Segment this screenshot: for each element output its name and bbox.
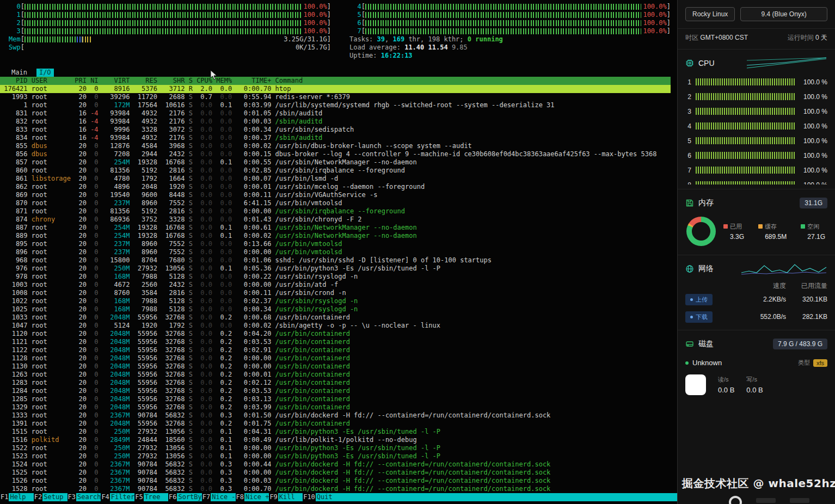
- process-row[interactable]: 1033root2002048M5595632768S0.00.20:00.68…: [0, 314, 671, 322]
- process-row[interactable]: 1522root200250M2793213056S0.00.10:00.00/…: [0, 444, 671, 452]
- cell-pri: 20: [71, 150, 87, 158]
- function-key[interactable]: F3Search: [67, 493, 101, 501]
- cell-res: 1792: [130, 175, 157, 183]
- process-row[interactable]: 968root2001580087047680S0.00.00:01.06ssh…: [0, 256, 671, 265]
- process-row[interactable]: 1047root200512419201792S0.00.00:00.02/sb…: [0, 322, 671, 330]
- cell-command: /sbin/auditd: [271, 118, 671, 126]
- function-key[interactable]: F7Nice -: [202, 493, 236, 501]
- process-row[interactable]: 874chrony2008693637523328S0.00.00:01.43/…: [0, 216, 671, 224]
- mem-meter-bar: 3.25G/31.1G: [24, 36, 327, 42]
- cell-pid: 976: [0, 265, 28, 273]
- network-sparkline: [740, 261, 827, 276]
- process-row[interactable]: 1120root2002048M5595632768S0.00.20:04.20…: [0, 330, 671, 338]
- cell-res: 8960: [130, 248, 157, 256]
- cell-user: root: [28, 85, 71, 93]
- cell-pid: 1128: [0, 354, 28, 362]
- process-row[interactable]: 1283root2002048M5595632768S0.00.20:02.12…: [0, 379, 671, 387]
- process-row[interactable]: 1523root200250M2793213056S0.00.10:00.00/…: [0, 452, 671, 460]
- function-key[interactable]: F1Help: [0, 493, 34, 501]
- cell-res: 55956: [130, 362, 157, 371]
- process-row[interactable]: 1285root2002048M5595632768S0.00.20:03.13…: [0, 395, 671, 403]
- process-row[interactable]: 896root200237M89607552S0.00.00:00.00/usr…: [0, 248, 671, 256]
- cell-time: 0:02.37: [232, 297, 271, 305]
- process-row[interactable]: 1528root2002367M9078456832S0.00.30:00.70…: [0, 485, 671, 493]
- cell-shr: 32768: [157, 346, 185, 354]
- process-table-header[interactable]: PIDUSERPRINIVIRTRESSHRSCPU%MEM%TIME+Comm…: [0, 77, 671, 85]
- process-row[interactable]: 1329root2002048M5595632768S0.00.20:03.99…: [0, 403, 671, 411]
- function-key[interactable]: F2Setup: [34, 493, 67, 501]
- cpu-core-row: 3100.0 %: [685, 104, 827, 119]
- process-row[interactable]: 869root2001954096008448S0.00.00:00.11/us…: [0, 191, 671, 199]
- cell-mem-pct: 0.1: [212, 232, 232, 240]
- process-row[interactable]: 1122root2002048M5595632768S0.00.20:02.91…: [0, 346, 671, 354]
- process-row[interactable]: 834root16-49398449322176S0.00.00:00.37/s…: [0, 134, 671, 142]
- process-row[interactable]: 871root2008135651922816S0.00.00:00.00/us…: [0, 207, 671, 216]
- process-row[interactable]: 887root200254M1932816768S0.00.10:00.61/u…: [0, 224, 671, 232]
- process-row[interactable]: 1524root2002367M9078456832S0.00.30:00.44…: [0, 460, 671, 469]
- network-rows: 上传2.2KB/s320.1KB下载552.0B/s282.1KB: [685, 291, 827, 325]
- function-key[interactable]: F8Nice +: [236, 493, 269, 501]
- process-row[interactable]: 1121root2002048M5595632768S0.00.20:03.53…: [0, 338, 671, 346]
- network-row: 下载552.0B/s282.1KB: [685, 308, 827, 325]
- os-name-button[interactable]: Rocky Linux: [685, 7, 735, 21]
- process-row[interactable]: 862root200489620481920S0.00.00:00.01/usr…: [0, 183, 671, 191]
- cell-cpu-pct: 0.0: [193, 265, 212, 273]
- process-row[interactable]: 895root200237M89607552S0.00.00:13.66/usr…: [0, 240, 671, 248]
- cell-time: 0:00.00: [232, 354, 271, 362]
- process-row[interactable]: 1022root200168M79885128S0.00.00:02.37/us…: [0, 297, 671, 305]
- process-row[interactable]: 1516polkitd2002849M2484418560S0.00.10:00…: [0, 436, 671, 444]
- process-row[interactable]: 1130root2002048M5595632768S0.00.20:00.00…: [0, 362, 671, 371]
- process-row[interactable]: 1128root2002048M5595632768S0.00.20:00.00…: [0, 354, 671, 362]
- cell-virt: 250M: [99, 452, 130, 460]
- process-row[interactable]: 1333root2002367M9078456832S0.00.30:01.50…: [0, 411, 671, 420]
- process-row[interactable]: 1515root200250M2793213056S0.00.10:04.31/…: [0, 428, 671, 436]
- cpu-core-bar: [696, 137, 795, 144]
- process-row[interactable]: 856dbus200720829442432S0.00.00:00.15dbus…: [0, 150, 671, 158]
- process-row[interactable]: 1284root2002048M5595632768S0.00.20:03.53…: [0, 387, 671, 395]
- cell-res: 55956: [130, 338, 157, 346]
- function-key[interactable]: F9Kill: [269, 493, 303, 501]
- process-row[interactable]: 176421root200891653763712R2.00.00:00.70h…: [0, 85, 671, 93]
- cell-shr: 7552: [157, 199, 185, 207]
- process-row[interactable]: 978root200168M79885128S0.00.00:00.22/usr…: [0, 273, 671, 281]
- cell-state: S: [185, 477, 193, 485]
- cell-mem-pct: 0.0: [212, 85, 232, 93]
- process-row[interactable]: 832root16-49398449322176S0.00.00:00.03/s…: [0, 118, 671, 126]
- process-row[interactable]: 831root16-49398449322176S0.00.00:01.05/s…: [0, 109, 671, 118]
- function-key[interactable]: F10Quit: [303, 493, 340, 501]
- process-row[interactable]: 1003root200467225602432S0.00.00:00.00/us…: [0, 281, 671, 289]
- process-row[interactable]: 1993root20039296117202688S0.70.00:55.94r…: [0, 93, 671, 101]
- cell-time: 0:00.01: [232, 371, 271, 379]
- process-row[interactable]: 870root200237M89607552S0.00.06:41.15/usr…: [0, 199, 671, 207]
- cell-cpu-pct: 2.0: [193, 85, 212, 93]
- process-row[interactable]: 857root200254M1932816768S0.00.10:00.55/u…: [0, 158, 671, 167]
- process-row[interactable]: 1root200172M1756410616S0.00.10:03.99/usr…: [0, 101, 671, 109]
- cell-mem-pct: 0.2: [212, 371, 232, 379]
- os-version-button[interactable]: 9.4 (Blue Onyx): [740, 7, 827, 21]
- process-row[interactable]: 1526root2002367M9078456832S0.00.30:00.03…: [0, 477, 671, 485]
- cell-shr: 32768: [157, 362, 185, 371]
- process-row[interactable]: 1025root200168M79885128S0.00.00:00.34/us…: [0, 305, 671, 314]
- cell-cpu-pct: 0.0: [193, 191, 212, 199]
- cell-ni: 0: [87, 191, 99, 199]
- tab-io[interactable]: I/O: [36, 69, 54, 77]
- cell-pri: 20: [71, 354, 87, 362]
- function-key[interactable]: F4Filter: [101, 493, 134, 501]
- process-row[interactable]: 833root16-4999633283072S0.00.00:00.34/us…: [0, 126, 671, 134]
- function-key[interactable]: F6SortBy: [168, 493, 202, 501]
- process-row[interactable]: 1525root2002367M9078456832S0.00.30:00.00…: [0, 469, 671, 477]
- cell-pid: 860: [0, 167, 28, 175]
- process-row[interactable]: 1263root2002048M5595632768S0.00.20:00.01…: [0, 371, 671, 379]
- tab-main[interactable]: Main: [9, 69, 30, 77]
- cell-state: R: [185, 85, 193, 93]
- function-key[interactable]: F5Tree: [134, 493, 168, 501]
- process-row[interactable]: 855dbus2001287645843968S0.00.00:00.02/us…: [0, 142, 671, 150]
- process-row[interactable]: 1008root200876035842816S0.00.00:00.11/us…: [0, 289, 671, 297]
- process-row[interactable]: 889root200254M1932816768S0.00.10:00.02/u…: [0, 232, 671, 240]
- process-row[interactable]: 860root2008135651922816S0.00.00:02.85/us…: [0, 167, 671, 175]
- cell-virt: 12876: [99, 142, 130, 150]
- process-row[interactable]: 976root200250M2793213056S0.00.10:05.36/u…: [0, 265, 671, 273]
- cell-ni: 0: [87, 101, 99, 109]
- process-row[interactable]: 1391root2002048M5595632768S0.00.20:01.75…: [0, 420, 671, 428]
- process-row[interactable]: 861libstorage200478017921664S0.00.00:00.…: [0, 175, 671, 183]
